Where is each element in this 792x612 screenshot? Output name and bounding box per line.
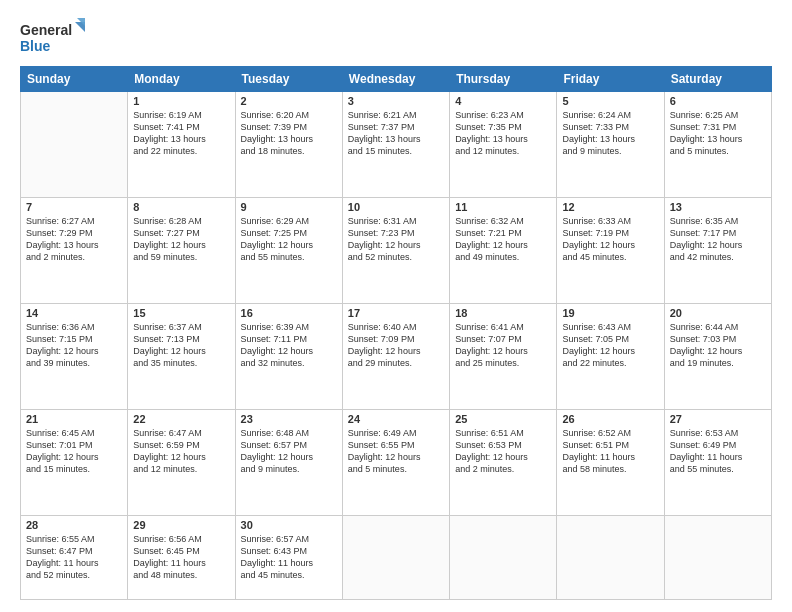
calendar-cell: 26Sunrise: 6:52 AM Sunset: 6:51 PM Dayli…: [557, 409, 664, 515]
calendar-cell: 28Sunrise: 6:55 AM Sunset: 6:47 PM Dayli…: [21, 515, 128, 599]
calendar-cell: 11Sunrise: 6:32 AM Sunset: 7:21 PM Dayli…: [450, 197, 557, 303]
header: General Blue: [20, 18, 772, 56]
day-info: Sunrise: 6:47 AM Sunset: 6:59 PM Dayligh…: [133, 427, 229, 476]
day-info: Sunrise: 6:28 AM Sunset: 7:27 PM Dayligh…: [133, 215, 229, 264]
day-number: 12: [562, 201, 658, 213]
day-number: 15: [133, 307, 229, 319]
day-number: 4: [455, 95, 551, 107]
day-number: 27: [670, 413, 766, 425]
calendar-cell: [21, 92, 128, 198]
day-info: Sunrise: 6:32 AM Sunset: 7:21 PM Dayligh…: [455, 215, 551, 264]
calendar-cell: [342, 515, 449, 599]
day-info: Sunrise: 6:53 AM Sunset: 6:49 PM Dayligh…: [670, 427, 766, 476]
calendar-cell: 2Sunrise: 6:20 AM Sunset: 7:39 PM Daylig…: [235, 92, 342, 198]
calendar-cell: 24Sunrise: 6:49 AM Sunset: 6:55 PM Dayli…: [342, 409, 449, 515]
day-info: Sunrise: 6:31 AM Sunset: 7:23 PM Dayligh…: [348, 215, 444, 264]
day-info: Sunrise: 6:52 AM Sunset: 6:51 PM Dayligh…: [562, 427, 658, 476]
day-info: Sunrise: 6:25 AM Sunset: 7:31 PM Dayligh…: [670, 109, 766, 158]
day-info: Sunrise: 6:37 AM Sunset: 7:13 PM Dayligh…: [133, 321, 229, 370]
day-info: Sunrise: 6:29 AM Sunset: 7:25 PM Dayligh…: [241, 215, 337, 264]
day-info: Sunrise: 6:36 AM Sunset: 7:15 PM Dayligh…: [26, 321, 122, 370]
weekday-header-cell: Sunday: [21, 67, 128, 92]
day-info: Sunrise: 6:23 AM Sunset: 7:35 PM Dayligh…: [455, 109, 551, 158]
day-info: Sunrise: 6:20 AM Sunset: 7:39 PM Dayligh…: [241, 109, 337, 158]
day-info: Sunrise: 6:41 AM Sunset: 7:07 PM Dayligh…: [455, 321, 551, 370]
day-number: 20: [670, 307, 766, 319]
day-number: 21: [26, 413, 122, 425]
calendar-cell: 13Sunrise: 6:35 AM Sunset: 7:17 PM Dayli…: [664, 197, 771, 303]
day-info: Sunrise: 6:56 AM Sunset: 6:45 PM Dayligh…: [133, 533, 229, 582]
day-info: Sunrise: 6:24 AM Sunset: 7:33 PM Dayligh…: [562, 109, 658, 158]
day-info: Sunrise: 6:27 AM Sunset: 7:29 PM Dayligh…: [26, 215, 122, 264]
weekday-header-cell: Friday: [557, 67, 664, 92]
day-number: 1: [133, 95, 229, 107]
day-number: 22: [133, 413, 229, 425]
day-info: Sunrise: 6:40 AM Sunset: 7:09 PM Dayligh…: [348, 321, 444, 370]
weekday-header-row: SundayMondayTuesdayWednesdayThursdayFrid…: [21, 67, 772, 92]
day-number: 10: [348, 201, 444, 213]
day-number: 19: [562, 307, 658, 319]
day-info: Sunrise: 6:39 AM Sunset: 7:11 PM Dayligh…: [241, 321, 337, 370]
logo: General Blue: [20, 18, 85, 56]
calendar-cell: 15Sunrise: 6:37 AM Sunset: 7:13 PM Dayli…: [128, 303, 235, 409]
day-number: 8: [133, 201, 229, 213]
day-info: Sunrise: 6:49 AM Sunset: 6:55 PM Dayligh…: [348, 427, 444, 476]
calendar-week-row: 28Sunrise: 6:55 AM Sunset: 6:47 PM Dayli…: [21, 515, 772, 599]
weekday-header-cell: Monday: [128, 67, 235, 92]
day-info: Sunrise: 6:33 AM Sunset: 7:19 PM Dayligh…: [562, 215, 658, 264]
day-number: 29: [133, 519, 229, 531]
weekday-header-cell: Tuesday: [235, 67, 342, 92]
day-number: 11: [455, 201, 551, 213]
weekday-header-cell: Wednesday: [342, 67, 449, 92]
day-info: Sunrise: 6:21 AM Sunset: 7:37 PM Dayligh…: [348, 109, 444, 158]
day-number: 7: [26, 201, 122, 213]
day-number: 28: [26, 519, 122, 531]
day-number: 17: [348, 307, 444, 319]
calendar-cell: 27Sunrise: 6:53 AM Sunset: 6:49 PM Dayli…: [664, 409, 771, 515]
day-number: 5: [562, 95, 658, 107]
calendar-cell: 10Sunrise: 6:31 AM Sunset: 7:23 PM Dayli…: [342, 197, 449, 303]
calendar-cell: 3Sunrise: 6:21 AM Sunset: 7:37 PM Daylig…: [342, 92, 449, 198]
calendar-cell: 9Sunrise: 6:29 AM Sunset: 7:25 PM Daylig…: [235, 197, 342, 303]
calendar-week-row: 21Sunrise: 6:45 AM Sunset: 7:01 PM Dayli…: [21, 409, 772, 515]
calendar-cell: 17Sunrise: 6:40 AM Sunset: 7:09 PM Dayli…: [342, 303, 449, 409]
calendar-cell: 19Sunrise: 6:43 AM Sunset: 7:05 PM Dayli…: [557, 303, 664, 409]
calendar-cell: 16Sunrise: 6:39 AM Sunset: 7:11 PM Dayli…: [235, 303, 342, 409]
day-info: Sunrise: 6:19 AM Sunset: 7:41 PM Dayligh…: [133, 109, 229, 158]
calendar-table: SundayMondayTuesdayWednesdayThursdayFrid…: [20, 66, 772, 600]
generalblue-logo: General Blue: [20, 18, 85, 56]
day-number: 26: [562, 413, 658, 425]
calendar-cell: 23Sunrise: 6:48 AM Sunset: 6:57 PM Dayli…: [235, 409, 342, 515]
day-number: 2: [241, 95, 337, 107]
day-number: 6: [670, 95, 766, 107]
day-number: 25: [455, 413, 551, 425]
calendar-cell: 29Sunrise: 6:56 AM Sunset: 6:45 PM Dayli…: [128, 515, 235, 599]
weekday-header-cell: Saturday: [664, 67, 771, 92]
calendar-cell: [557, 515, 664, 599]
calendar-cell: 1Sunrise: 6:19 AM Sunset: 7:41 PM Daylig…: [128, 92, 235, 198]
day-number: 9: [241, 201, 337, 213]
weekday-header-cell: Thursday: [450, 67, 557, 92]
day-number: 18: [455, 307, 551, 319]
calendar-week-row: 14Sunrise: 6:36 AM Sunset: 7:15 PM Dayli…: [21, 303, 772, 409]
day-number: 3: [348, 95, 444, 107]
calendar-cell: 22Sunrise: 6:47 AM Sunset: 6:59 PM Dayli…: [128, 409, 235, 515]
calendar-body: 1Sunrise: 6:19 AM Sunset: 7:41 PM Daylig…: [21, 92, 772, 600]
day-number: 13: [670, 201, 766, 213]
day-number: 14: [26, 307, 122, 319]
day-number: 30: [241, 519, 337, 531]
day-info: Sunrise: 6:51 AM Sunset: 6:53 PM Dayligh…: [455, 427, 551, 476]
day-info: Sunrise: 6:35 AM Sunset: 7:17 PM Dayligh…: [670, 215, 766, 264]
calendar-cell: 20Sunrise: 6:44 AM Sunset: 7:03 PM Dayli…: [664, 303, 771, 409]
calendar-week-row: 7Sunrise: 6:27 AM Sunset: 7:29 PM Daylig…: [21, 197, 772, 303]
svg-text:General: General: [20, 22, 72, 38]
calendar-cell: 21Sunrise: 6:45 AM Sunset: 7:01 PM Dayli…: [21, 409, 128, 515]
page: General Blue SundayMondayTuesdayWednesda…: [0, 0, 792, 612]
calendar-cell: 25Sunrise: 6:51 AM Sunset: 6:53 PM Dayli…: [450, 409, 557, 515]
day-number: 16: [241, 307, 337, 319]
calendar-cell: 14Sunrise: 6:36 AM Sunset: 7:15 PM Dayli…: [21, 303, 128, 409]
day-info: Sunrise: 6:43 AM Sunset: 7:05 PM Dayligh…: [562, 321, 658, 370]
day-info: Sunrise: 6:55 AM Sunset: 6:47 PM Dayligh…: [26, 533, 122, 582]
calendar-cell: 4Sunrise: 6:23 AM Sunset: 7:35 PM Daylig…: [450, 92, 557, 198]
day-info: Sunrise: 6:57 AM Sunset: 6:43 PM Dayligh…: [241, 533, 337, 582]
